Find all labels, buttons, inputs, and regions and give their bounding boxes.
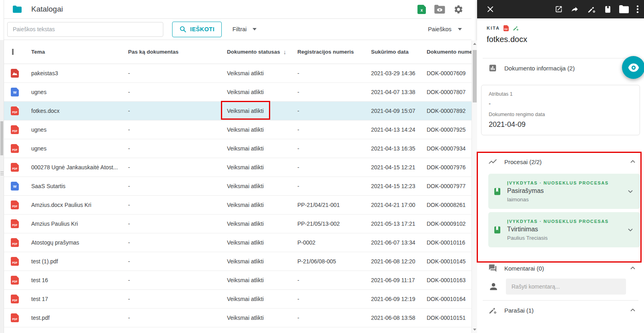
comment-compose-row [488,279,638,295]
panel-drag-grip[interactable] [1,171,2,172]
table-row[interactable]: WSaaS Sutartis-Veiksmai atlikti-2021-04-… [4,177,471,196]
export-excel-icon[interactable]: x [417,5,426,14]
folder-preview-icon[interactable] [434,5,445,14]
cell-sukurimo-data: 2021-04-13 14:24 [371,126,427,133]
section-document-info[interactable]: Dokumento informacija (2) [483,58,638,78]
cell-pas-ka: - [128,183,227,189]
scroll-up-arrow[interactable] [473,43,476,45]
cell-reg-nr: - [297,164,371,171]
cell-tema: Atostogų prašymas [31,239,128,246]
cell-statusas: Veiksmai atlikti [227,239,297,246]
cell-pas-ka: - [128,108,227,114]
column-reg-nr[interactable]: Registracijos numeris [297,49,371,55]
cell-reg-nr: P-0002 [297,239,371,246]
pdf-file-icon: PDF [11,201,19,209]
cell-sukurimo-data: 2021-04-13 16:35 [371,145,427,152]
close-icon[interactable] [487,6,494,13]
left-scrollbar-thumb[interactable] [0,121,3,155]
attributes-card: Atributas 1-Dokumento rengimo data2021-0… [481,85,640,135]
file-type-cell: PDF [4,276,31,285]
cell-reg-nr: - [297,315,371,321]
cell-tema: fotkes.docx [31,108,128,114]
section-title: Procesai (2/2) [504,158,629,165]
signature-pen-icon[interactable] [587,5,596,14]
search-mode-dropdown[interactable]: Paieškos [428,26,462,32]
file-type-cell [4,69,31,78]
column-statusas[interactable]: Dokumento statusas ↓ [227,48,297,55]
word-file-icon: W [11,88,19,96]
cell-dok-nr: DOK-00008261 [427,202,471,208]
file-type-cell: PDF [4,313,31,322]
search-button[interactable]: IEŠKOTI [172,22,222,37]
comment-input[interactable] [506,279,626,295]
process-status: ĮVYKDYTAS · NUOSEKLUS PROCESAS [507,219,626,224]
document-detail-panel: KITA PDF fotkes.docx Dokumento informaci… [477,0,644,333]
process-card[interactable]: ĮVYKDYTAS · NUOSEKLUS PROCESASPasirašyma… [488,174,640,209]
main-area: Katalogai x IEŠKOTI Filtrai [4,0,471,333]
document-book-icon[interactable] [604,5,612,14]
process-card[interactable]: ĮVYKDYTAS · NUOSEKLUS PROCESASTvirtinima… [488,212,640,247]
cell-statusas: Veiksmai atlikti [227,183,297,189]
table-row[interactable]: PDFAtostogų prašymas-Veiksmai atliktiP-0… [4,233,471,252]
column-pas-ka[interactable]: Pas ką dokumentas [128,49,227,55]
table-row[interactable]: PDFtest (1).pdf-Veiksmai atliktiP-21/06/… [4,252,471,271]
section-processes[interactable]: Procesai (2/2) [483,152,638,171]
chevron-down-icon[interactable] [626,187,634,195]
column-sukurimo[interactable]: Sukūrimo data [371,49,427,55]
scroll-down-arrow[interactable] [473,329,476,331]
table-header: Tema Pas ką dokumentas Dokumento statusa… [4,40,471,64]
word-file-icon: W [11,182,19,191]
app-header: Katalogai x [4,0,471,19]
cell-reg-nr: - [297,126,371,133]
eye-icon [628,63,639,72]
more-options-kebab-icon[interactable] [636,5,639,14]
cell-tema: SaaS Sutartis [31,183,128,189]
table-row[interactable]: PDFAmzius Paulius Kri-Veiksmai atliktiPP… [4,215,471,233]
cell-statusas: Veiksmai atlikti [227,89,297,95]
table-row[interactable]: pakeistas3-Veiksmai atlikti-2021-03-29 1… [4,64,471,83]
open-in-new-icon[interactable] [555,5,563,13]
cell-dok-nr: DOK-00007976 [427,164,471,171]
table-row[interactable]: PDFfotkes.docx-Veiksmai atlikti-2021-04-… [4,102,471,120]
table-scrollbar-thumb[interactable] [473,50,477,102]
table-row[interactable]: PDFugnes-Veiksmai atlikti-2021-04-13 14:… [4,120,471,139]
settings-gear-icon[interactable] [453,4,463,14]
chevron-up-icon[interactable] [629,158,637,166]
panel-toolbar [477,0,644,18]
table-scrollbar[interactable] [471,40,477,333]
table-row[interactable]: PDFugnes-Veiksmai atlikti-2021-04-13 16:… [4,139,471,158]
cell-pas-ka: - [128,258,227,265]
section-comments[interactable]: Komentarai (0) [483,259,638,278]
filters-dropdown[interactable]: Filtrai [233,26,257,32]
search-input[interactable] [7,22,163,37]
cell-dok-nr: DOK-00007925 [427,126,471,133]
select-all-checkbox[interactable] [12,49,14,55]
search-icon [179,26,187,33]
table-row[interactable]: PDFtest 17-Veiksmai atlikti-2021-06-09 1… [4,290,471,309]
chevron-up-icon[interactable] [629,264,637,272]
folder-icon[interactable] [619,5,629,13]
chevron-down-icon [253,28,257,30]
table-row[interactable]: PDF000278 Ugnė Jankauskaitė Atost...-Vei… [4,158,471,177]
chevron-up-icon[interactable] [629,306,637,314]
preview-eye-fab[interactable] [622,56,644,79]
file-type-cell: PDF [4,201,31,209]
table-row[interactable]: Wugnes-Veiksmai atlikti-2021-04-07 13:38… [4,83,471,102]
chevron-down-icon[interactable] [626,226,634,234]
table-row[interactable]: PDFAmzius.docx Paulius Kri-Veiksmai atli… [4,196,471,215]
table-row[interactable]: PDFtest.pdf-Veiksmai atlikti-2021-06-08 … [4,309,471,327]
section-signatures[interactable]: Parašai (1) [483,301,638,320]
cell-tema: 000278 Ugnė Jankauskaitė Atost... [31,164,128,171]
cell-dok-nr: DOK-00007934 [427,145,471,152]
left-scrollbar-track[interactable] [0,40,4,333]
table-row[interactable]: PDFtest 16-Veiksmai atlikti-2021-06-09 1… [4,271,471,290]
search-button-label: IEŠKOTI [190,26,215,32]
cell-reg-nr: - [297,145,371,152]
sort-descending-icon[interactable]: ↓ [283,48,287,55]
share-forward-icon[interactable] [570,5,579,13]
cell-sukurimo-data: 2021-06-08 13:58 [371,315,427,321]
cell-sukurimo-data: 2021-04-07 13:38 [371,89,427,95]
column-dok-nr[interactable]: Dokumento numeris [427,49,471,55]
cell-sukurimo-data: 2021-04-09 15:07 [371,108,427,114]
column-tema[interactable]: Tema [31,49,128,55]
